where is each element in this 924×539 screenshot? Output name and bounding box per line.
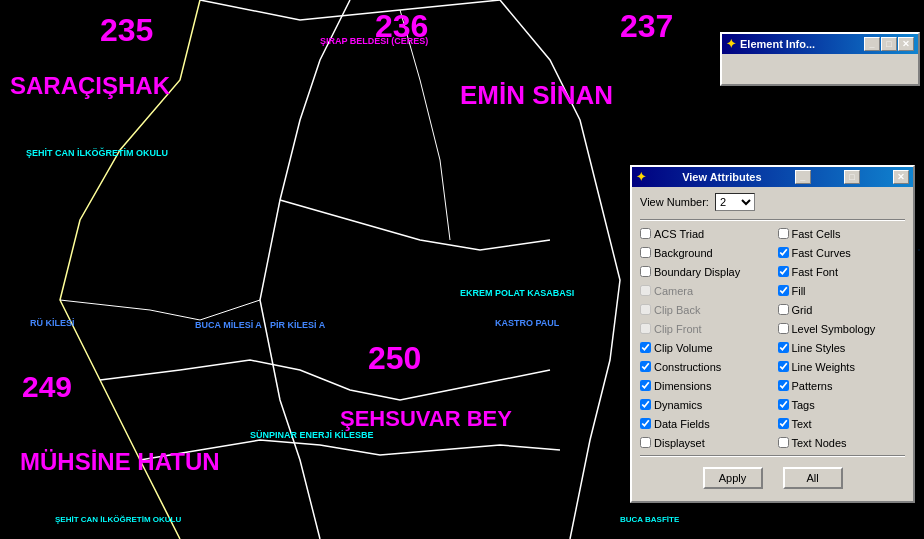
cb-line-styles: Line Styles [778, 339, 906, 356]
map-small-label-10: ŞEHİT CAN İLKÖĞRETİM OKULU [55, 515, 181, 524]
view-attr-maximize-button[interactable]: □ [844, 170, 860, 184]
map-label-muhsine: MÜHSİNE HATUN [20, 448, 220, 476]
map-label-237: 237 [620, 8, 673, 45]
cb-patterns-input[interactable] [778, 380, 789, 391]
view-attributes-titlebar: ✦ View Attributes _ □ ✕ [632, 167, 913, 187]
map-small-label-2: ŞIRAP BELDESİ (CERES) [320, 36, 428, 46]
cb-text-nodes-input[interactable] [778, 437, 789, 448]
cb-patterns: Patterns [778, 377, 906, 394]
map-label-sehsuvar: ŞEHSUVAR BEY [340, 406, 512, 432]
cb-fast-cells-input[interactable] [778, 228, 789, 239]
cb-text-label: Text [792, 418, 812, 430]
element-info-maximize-button[interactable]: □ [881, 37, 897, 51]
cb-boundary-display-input[interactable] [640, 266, 651, 277]
all-button[interactable]: All [783, 467, 843, 489]
view-number-label: View Number: [640, 196, 709, 208]
cb-dimensions-input[interactable] [640, 380, 651, 391]
apply-button[interactable]: Apply [703, 467, 763, 489]
view-number-select[interactable]: 2 1 3 4 [715, 193, 755, 211]
view-attributes-title: View Attributes [682, 171, 761, 183]
element-info-titlebar: ✦ Element Info... _ □ ✕ [722, 34, 918, 54]
cb-line-weights: Line Weights [778, 358, 906, 375]
cb-dynamics: Dynamics [640, 396, 768, 413]
cb-tags: Tags [778, 396, 906, 413]
cb-fast-cells-label: Fast Cells [792, 228, 841, 240]
right-checkbox-column: Fast Cells Fast Curves Fast Font Fill Gr… [778, 225, 906, 451]
cb-camera-label: Camera [654, 285, 693, 297]
view-attr-close-button[interactable]: ✕ [893, 170, 909, 184]
element-info-title: Element Info... [740, 38, 863, 50]
left-checkbox-column: ACS Triad Background Boundary Display Ca… [640, 225, 768, 451]
cb-fast-curves-input[interactable] [778, 247, 789, 258]
cb-clip-back-label: Clip Back [654, 304, 700, 316]
map-label-250: 250 [368, 340, 421, 377]
cb-level-symbology-label: Level Symbology [792, 323, 876, 335]
cb-data-fields: Data Fields [640, 415, 768, 432]
view-number-row: View Number: 2 1 3 4 [640, 193, 905, 211]
cb-clip-front-input [640, 323, 651, 334]
cb-fill-label: Fill [792, 285, 806, 297]
element-info-window: ✦ Element Info... _ □ ✕ [720, 32, 920, 86]
cb-fill: Fill [778, 282, 906, 299]
cb-grid-input[interactable] [778, 304, 789, 315]
cb-clip-volume: Clip Volume [640, 339, 768, 356]
element-info-app-icon: ✦ [726, 37, 736, 51]
map-small-label-9: BUCA BASFİTE [620, 515, 679, 524]
cb-dimensions: Dimensions [640, 377, 768, 394]
cb-grid-label: Grid [792, 304, 813, 316]
cb-clip-back-input [640, 304, 651, 315]
map-label-saracishak: SARAÇIŞHAK [10, 72, 170, 100]
map-small-label-3: EKREM POLAT KASABASI [460, 288, 574, 298]
separator [640, 219, 905, 221]
button-row: Apply All [640, 467, 905, 495]
cb-data-fields-label: Data Fields [654, 418, 710, 430]
cb-grid: Grid [778, 301, 906, 318]
cb-displayset-input[interactable] [640, 437, 651, 448]
map-label-emin-sinan: EMİN SİNAN [460, 80, 613, 111]
cb-clip-back: Clip Back [640, 301, 768, 318]
map-label-249: 249 [22, 370, 72, 404]
element-info-minimize-button[interactable]: _ [864, 37, 880, 51]
element-info-close-button[interactable]: ✕ [898, 37, 914, 51]
map-small-label-8: RÜ KİLESİ [30, 318, 75, 328]
cb-line-styles-label: Line Styles [792, 342, 846, 354]
cb-background-input[interactable] [640, 247, 651, 258]
cb-boundary-display-label: Boundary Display [654, 266, 740, 278]
cb-clip-volume-label: Clip Volume [654, 342, 713, 354]
cb-level-symbology: Level Symbology [778, 320, 906, 337]
cb-constructions: Constructions [640, 358, 768, 375]
separator-2 [640, 455, 905, 457]
cb-tags-input[interactable] [778, 399, 789, 410]
cb-background: Background [640, 244, 768, 261]
map-label-235: 235 [100, 12, 153, 49]
map-small-label-5: BUCA MİLESİ A [195, 320, 262, 330]
cb-text-nodes-label: Text Nodes [792, 437, 847, 449]
cb-line-styles-input[interactable] [778, 342, 789, 353]
cb-fast-font-label: Fast Font [792, 266, 838, 278]
cb-patterns-label: Patterns [792, 380, 833, 392]
map-small-label-7: KASTRO PAUL [495, 318, 559, 328]
cb-text-input[interactable] [778, 418, 789, 429]
cb-constructions-input[interactable] [640, 361, 651, 372]
cb-level-symbology-input[interactable] [778, 323, 789, 334]
cb-tags-label: Tags [792, 399, 815, 411]
cb-fast-curves: Fast Curves [778, 244, 906, 261]
cb-acs-triad-input[interactable] [640, 228, 651, 239]
cb-data-fields-input[interactable] [640, 418, 651, 429]
cb-text-nodes: Text Nodes [778, 434, 906, 451]
cb-dynamics-label: Dynamics [654, 399, 702, 411]
cb-displayset-label: Displayset [654, 437, 705, 449]
cb-line-weights-input[interactable] [778, 361, 789, 372]
cb-line-weights-label: Line Weights [792, 361, 855, 373]
cb-dynamics-input[interactable] [640, 399, 651, 410]
cb-fill-input[interactable] [778, 285, 789, 296]
cb-acs-triad-label: ACS Triad [654, 228, 704, 240]
view-attr-minimize-button[interactable]: _ [795, 170, 811, 184]
cb-clip-front: Clip Front [640, 320, 768, 337]
cb-clip-volume-input[interactable] [640, 342, 651, 353]
cb-text: Text [778, 415, 906, 432]
cb-fast-font-input[interactable] [778, 266, 789, 277]
cb-camera-input [640, 285, 651, 296]
cb-displayset: Displayset [640, 434, 768, 451]
view-attr-app-icon: ✦ [636, 170, 646, 184]
